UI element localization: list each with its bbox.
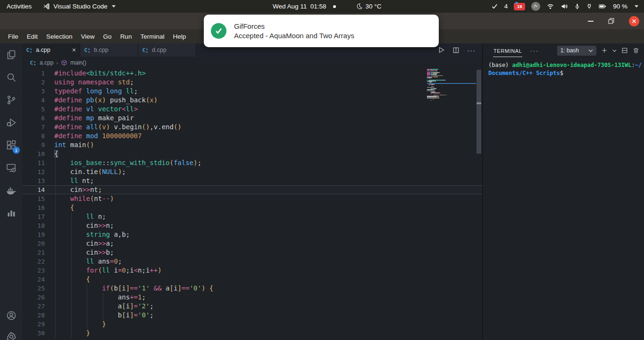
- editor-group: C++a.cpp×C++b.cppC++d.cpp ··· C + +: [22, 43, 482, 340]
- terminal-output[interactable]: (base) adhi@adhi-Lenovo-ideapad-730S-13I…: [483, 58, 644, 77]
- explorer-icon[interactable]: [0, 43, 22, 66]
- terminal-tab[interactable]: TERMINAL: [493, 44, 522, 57]
- battery-percent: 90 %: [613, 3, 627, 10]
- editor-scrollbar[interactable]: [476, 69, 482, 340]
- code-line-25[interactable]: 25 if(b[i]=='1' && a[i]=='0') {: [22, 284, 482, 293]
- code-line-29[interactable]: 29 }: [22, 320, 482, 329]
- stats-chart-icon[interactable]: [0, 202, 22, 224]
- run-debug-icon[interactable]: [0, 111, 22, 134]
- app-menu[interactable]: Visual Studio Code: [43, 3, 116, 10]
- code-line-23[interactable]: 23 for(ll i=0;i<n;i++): [22, 266, 482, 275]
- panel-more-actions-icon[interactable]: ···: [530, 47, 539, 54]
- search-icon[interactable]: [0, 66, 22, 89]
- code-line-8[interactable]: 8#define mod 1000000007: [22, 132, 482, 141]
- svg-text:+: +: [33, 63, 35, 66]
- code-line-30[interactable]: 30 }: [22, 329, 482, 338]
- remote-explorer-icon[interactable]: [0, 157, 22, 179]
- code-line-5[interactable]: 5#define vl vector<ll>: [22, 105, 482, 114]
- account-icon[interactable]: [0, 304, 22, 327]
- code-line-10[interactable]: 10{: [22, 149, 482, 158]
- minimap[interactable]: [427, 69, 476, 101]
- code-line-6[interactable]: 6#define mp make_pair: [22, 114, 482, 123]
- code-line-2[interactable]: 2using namespace std;: [22, 78, 482, 87]
- line-text: #define pb(x) push_back(x): [54, 96, 158, 105]
- tab-a.cpp[interactable]: C++a.cpp×: [22, 43, 80, 57]
- line-text: ios_base::sync_with_stdio(false);: [54, 158, 201, 167]
- menu-terminal[interactable]: Terminal: [136, 33, 168, 40]
- code-line-7[interactable]: 7#define all(v) v.begin(),v.end(): [22, 123, 482, 132]
- breadcrumb[interactable]: C + + a.cpp › main(): [22, 57, 482, 69]
- svg-text:C: C: [84, 47, 87, 53]
- breadcrumb-file[interactable]: a.cpp: [40, 59, 53, 66]
- cpp-file-icon: C++: [84, 47, 91, 54]
- kill-terminal-trash-icon[interactable]: [633, 47, 639, 54]
- shell-select[interactable]: 1: bash: [557, 46, 596, 56]
- code-line-11[interactable]: 11 ios_base::sync_with_stdio(false);: [22, 158, 482, 167]
- menu-run[interactable]: Run: [116, 33, 136, 40]
- line-text: cin>>a;: [54, 239, 114, 248]
- minimize-button[interactable]: [588, 21, 594, 22]
- code-line-12[interactable]: 12 cin.tie(NULL);: [22, 167, 482, 176]
- editor-more-actions-icon[interactable]: ···: [467, 46, 476, 54]
- code-line-9[interactable]: 9int main(): [22, 141, 482, 149]
- success-check-icon: [211, 23, 226, 39]
- code-line-21[interactable]: 21 cin>>b;: [22, 248, 482, 257]
- code-line-20[interactable]: 20 cin>>a;: [22, 239, 482, 248]
- line-text: {: [54, 149, 58, 158]
- code-line-14[interactable]: 14 cin>>nt;: [22, 185, 482, 194]
- menu-edit[interactable]: Edit: [23, 33, 42, 40]
- new-terminal-icon[interactable]: [601, 47, 608, 54]
- split-editor-icon[interactable]: [452, 47, 460, 54]
- code-editor[interactable]: 1#include<bits/stdc++.h>2using namespace…: [22, 69, 482, 340]
- line-number: 20: [22, 239, 52, 248]
- notification-title: GifForces: [234, 22, 354, 30]
- breadcrumb-symbol[interactable]: main(): [70, 59, 86, 66]
- system-tray[interactable]: 4 19: [491, 2, 644, 11]
- code-line-3[interactable]: 3typedef long long ll;: [22, 87, 482, 96]
- menu-view[interactable]: View: [77, 33, 99, 40]
- docker-icon[interactable]: [0, 179, 22, 202]
- code-line-17[interactable]: 17 ll n;: [22, 212, 482, 221]
- code-line-13[interactable]: 13 ll nt;: [22, 176, 482, 185]
- svg-text:+: +: [88, 50, 90, 53]
- weather-applet[interactable]: 30 °C: [356, 3, 382, 10]
- close-button[interactable]: [629, 16, 639, 26]
- code-line-18[interactable]: 18 cin>>n;: [22, 221, 482, 230]
- code-line-4[interactable]: 4#define pb(x) push_back(x): [22, 96, 482, 105]
- menu-help[interactable]: Help: [168, 33, 190, 40]
- menu-file[interactable]: File: [4, 33, 23, 40]
- extensions-icon[interactable]: 1: [0, 134, 22, 157]
- code-line-15[interactable]: 15 while(nt--): [22, 194, 482, 203]
- line-text: cin>>nt;: [54, 185, 102, 194]
- code-line-24[interactable]: 24 {: [22, 275, 482, 284]
- menu-go[interactable]: Go: [99, 33, 116, 40]
- code-line-16[interactable]: 16 {: [22, 203, 482, 212]
- code-line-22[interactable]: 22 ll ans=0;: [22, 257, 482, 266]
- source-control-icon[interactable]: [0, 89, 22, 111]
- tab-close-icon[interactable]: ×: [72, 47, 76, 53]
- clock[interactable]: Wed Aug 11 01:58: [273, 3, 326, 10]
- settings-gear-icon[interactable]: [0, 327, 22, 340]
- app-indicator-icon: [531, 2, 540, 11]
- line-text: int main(): [54, 141, 94, 149]
- code-line-26[interactable]: 26 ans+=1;: [22, 293, 482, 302]
- code-line-27[interactable]: 27 a[i]='2';: [22, 302, 482, 311]
- code-line-19[interactable]: 19 string a,b;: [22, 230, 482, 239]
- menu-selection[interactable]: Selection: [42, 33, 77, 40]
- check-count: 4: [504, 3, 508, 10]
- scrollbar-thumb[interactable]: [477, 70, 481, 154]
- line-text: ans+=1;: [54, 293, 146, 302]
- code-line-28[interactable]: 28 b[i]='0';: [22, 311, 482, 320]
- activities-button[interactable]: Activities: [7, 3, 32, 10]
- code-line-1[interactable]: 1#include<bits/stdc++.h>: [22, 69, 482, 78]
- check-indicator-icon: [491, 3, 498, 10]
- restore-button[interactable]: [608, 17, 615, 25]
- terminal-dropdown-icon[interactable]: [612, 49, 617, 52]
- notification-toast[interactable]: GifForces Accepted - AquaMoon and Two Ar…: [204, 15, 439, 47]
- tab-d.cpp[interactable]: C++d.cpp: [138, 43, 196, 57]
- split-terminal-icon[interactable]: [621, 47, 628, 54]
- run-file-icon[interactable]: [437, 46, 445, 54]
- tab-b.cpp[interactable]: C++b.cpp: [80, 43, 138, 57]
- line-text: using namespace std;: [54, 78, 134, 87]
- line-text: }: [54, 329, 90, 338]
